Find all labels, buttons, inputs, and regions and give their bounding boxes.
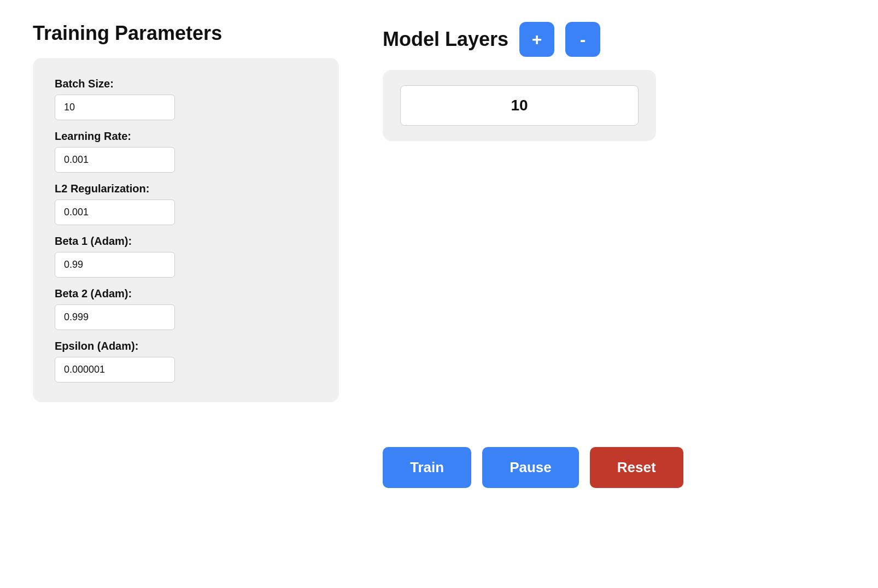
- param-input-beta2[interactable]: [55, 304, 175, 330]
- params-card: Batch Size:Learning Rate:L2 Regularizati…: [33, 58, 339, 402]
- right-header: Model Layers + -: [383, 22, 600, 57]
- param-label-beta2: Beta 2 (Adam):: [55, 287, 317, 300]
- param-group-batch-size: Batch Size:: [55, 78, 317, 120]
- param-input-beta1[interactable]: [55, 252, 175, 278]
- param-label-epsilon: Epsilon (Adam):: [55, 340, 317, 352]
- layers-card: [383, 70, 656, 141]
- param-label-batch-size: Batch Size:: [55, 78, 317, 90]
- reset-button[interactable]: Reset: [590, 447, 683, 488]
- param-input-batch-size[interactable]: [55, 95, 175, 120]
- layer-input-0[interactable]: [400, 85, 639, 126]
- param-input-epsilon[interactable]: [55, 357, 175, 383]
- train-button[interactable]: Train: [383, 447, 471, 488]
- param-label-learning-rate: Learning Rate:: [55, 130, 317, 143]
- add-layer-button[interactable]: +: [519, 22, 554, 57]
- param-group-beta1: Beta 1 (Adam):: [55, 235, 317, 278]
- remove-layer-button[interactable]: -: [565, 22, 600, 57]
- param-group-l2-reg: L2 Regularization:: [55, 183, 317, 225]
- param-label-beta1: Beta 1 (Adam):: [55, 235, 317, 248]
- param-label-l2-reg: L2 Regularization:: [55, 183, 317, 195]
- pause-button[interactable]: Pause: [482, 447, 579, 488]
- left-panel: Training Parameters Batch Size:Learning …: [33, 22, 339, 402]
- model-layers-title: Model Layers: [383, 28, 508, 51]
- param-input-l2-reg[interactable]: [55, 199, 175, 225]
- action-buttons: Train Pause Reset: [383, 447, 683, 488]
- training-parameters-title: Training Parameters: [33, 22, 339, 45]
- main-layout: Training Parameters Batch Size:Learning …: [33, 22, 845, 488]
- param-group-epsilon: Epsilon (Adam):: [55, 340, 317, 383]
- param-group-learning-rate: Learning Rate:: [55, 130, 317, 173]
- right-panel: Model Layers + - Train Pause Reset: [383, 22, 845, 488]
- param-input-learning-rate[interactable]: [55, 147, 175, 173]
- param-group-beta2: Beta 2 (Adam):: [55, 287, 317, 330]
